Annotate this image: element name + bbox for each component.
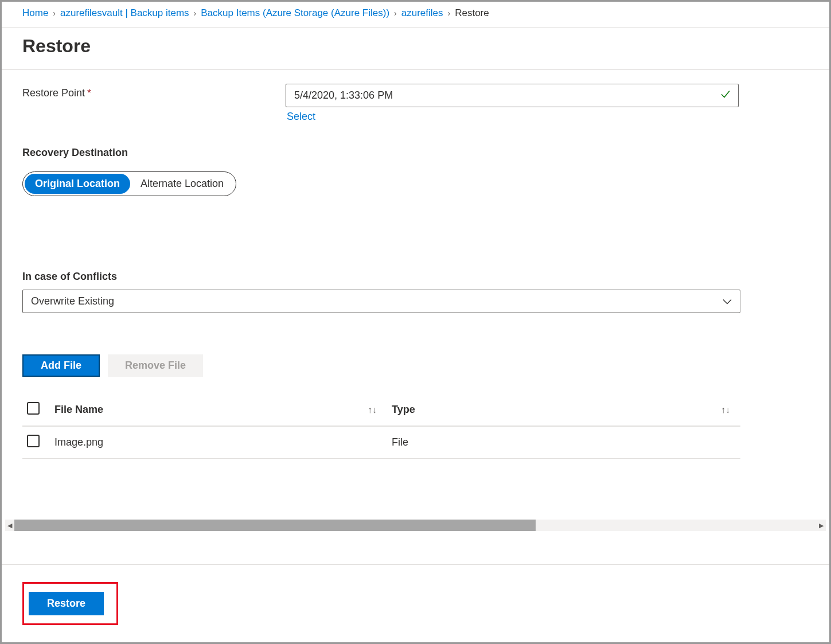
page-title: Restore <box>2 28 829 70</box>
row-checkbox[interactable] <box>27 435 40 447</box>
checkmark-icon <box>720 88 731 103</box>
column-header-type-label: Type <box>392 404 415 415</box>
select-restore-point-link[interactable]: Select <box>286 107 317 126</box>
chevron-down-icon <box>723 295 732 307</box>
restore-highlight-box: Restore <box>22 582 118 625</box>
breadcrumb: Home › azurefilesvault | Backup items › … <box>2 2 829 28</box>
scroll-right-arrow[interactable]: ▶ <box>817 522 826 529</box>
column-header-type[interactable]: Type ↑↓ <box>387 394 740 426</box>
file-table: File Name ↑↓ Type ↑↓ Image.png File <box>22 394 740 459</box>
chevron-right-icon: › <box>53 9 56 18</box>
file-type-cell: File <box>387 426 740 459</box>
sort-icon: ↑↓ <box>721 405 730 415</box>
recovery-destination-toggle: Original Location Alternate Location <box>22 171 236 196</box>
horizontal-scrollbar[interactable]: ◀ ▶ <box>5 520 826 531</box>
restore-point-label-text: Restore Point <box>22 87 85 99</box>
breadcrumb-link-vault[interactable]: azurefilesvault | Backup items <box>60 7 189 19</box>
table-row[interactable]: Image.png File <box>22 426 740 459</box>
recovery-destination-heading: Recovery Destination <box>22 147 809 159</box>
scrollbar-thumb[interactable] <box>14 520 536 531</box>
select-all-checkbox[interactable] <box>27 402 40 415</box>
breadcrumb-current: Restore <box>455 7 489 19</box>
breadcrumb-link-home[interactable]: Home <box>22 7 48 19</box>
remove-file-button[interactable]: Remove File <box>108 354 203 377</box>
content-area: Restore Point* 5/4/2020, 1:33:06 PM Sele… <box>2 70 829 459</box>
restore-point-value: 5/4/2020, 1:33:06 PM <box>294 89 393 101</box>
chevron-right-icon: › <box>394 9 397 18</box>
restore-point-field: Restore Point* 5/4/2020, 1:33:06 PM Sele… <box>22 84 809 126</box>
footer: Restore <box>2 564 829 642</box>
add-file-button[interactable]: Add File <box>22 354 100 377</box>
restore-button[interactable]: Restore <box>29 592 104 615</box>
scrollbar-track[interactable] <box>14 520 817 531</box>
file-name-cell: Image.png <box>50 426 387 459</box>
conflicts-value: Overwrite Existing <box>31 295 114 307</box>
pill-original-location[interactable]: Original Location <box>25 174 130 194</box>
conflicts-heading: In case of Conflicts <box>22 271 809 283</box>
breadcrumb-link-backup-items[interactable]: Backup Items (Azure Storage (Azure Files… <box>201 7 389 19</box>
restore-point-label: Restore Point* <box>22 84 286 99</box>
column-header-file-name[interactable]: File Name ↑↓ <box>50 394 387 426</box>
file-actions: Add File Remove File <box>22 354 809 377</box>
sort-icon: ↑↓ <box>368 405 377 415</box>
required-asterisk: * <box>87 87 91 99</box>
scroll-left-arrow[interactable]: ◀ <box>5 522 14 529</box>
column-header-file-name-label: File Name <box>54 404 103 415</box>
chevron-right-icon: › <box>194 9 197 18</box>
chevron-right-icon: › <box>448 9 451 18</box>
breadcrumb-link-azurefiles[interactable]: azurefiles <box>401 7 443 19</box>
restore-point-input[interactable]: 5/4/2020, 1:33:06 PM <box>286 84 739 107</box>
pill-alternate-location[interactable]: Alternate Location <box>130 174 234 194</box>
conflicts-dropdown[interactable]: Overwrite Existing <box>22 290 740 313</box>
